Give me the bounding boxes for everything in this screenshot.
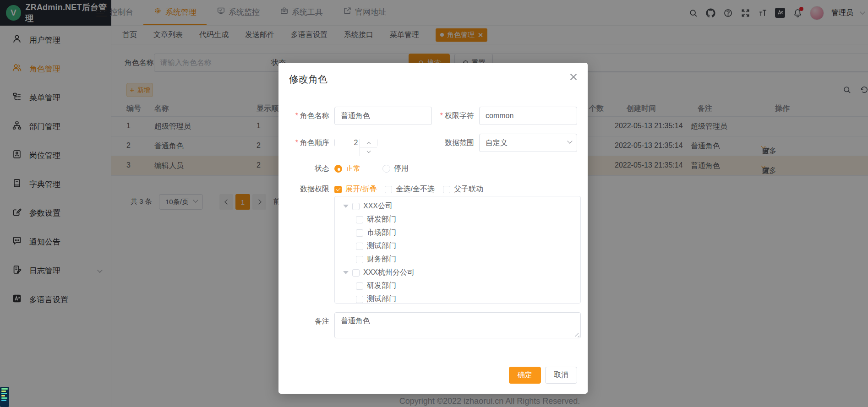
- tree-expand-icon[interactable]: [343, 205, 349, 208]
- remark-field: 普通角色: [334, 312, 581, 340]
- checkbox-icon[interactable]: [356, 229, 363, 237]
- checkbox-icon[interactable]: [352, 203, 360, 210]
- checkbox-icon[interactable]: [356, 282, 363, 290]
- checkbox-icon[interactable]: [356, 216, 363, 223]
- role-order-stepper: [334, 138, 377, 147]
- app-window: V ZRAdmin.NET后台管理 控制台 系统管理 系统监控 系统工具 官网地: [0, 0, 868, 407]
- data-scope-input[interactable]: [479, 134, 577, 152]
- select-all-checkbox[interactable]: 全选/全不选: [385, 185, 434, 194]
- chevron-up-icon: [366, 142, 370, 146]
- data-scope-select[interactable]: [479, 134, 577, 152]
- role-key-label: 权限字符: [432, 111, 474, 121]
- department-tree: XXX公司 研发部门 市场部门 测试部门 财务部门: [334, 196, 581, 304]
- stepper-up-button[interactable]: [360, 139, 377, 147]
- edit-role-form: 角色名称 权限字符 角色顺序 数据范围: [289, 107, 577, 340]
- tree-node[interactable]: 测试部门: [335, 293, 580, 304]
- checkbox-icon[interactable]: [356, 256, 363, 263]
- radio-icon: [382, 165, 390, 173]
- tree-node[interactable]: 研发部门: [335, 279, 580, 293]
- expand-collapse-checkbox[interactable]: 展开/折叠: [334, 185, 377, 194]
- dialog-title: 修改角色: [289, 73, 577, 86]
- role-key-input[interactable]: [479, 107, 577, 125]
- tree-node[interactable]: XXX公司: [335, 200, 580, 213]
- tree-expand-icon[interactable]: [343, 271, 349, 274]
- role-order-label: 角色顺序: [289, 138, 329, 148]
- cancel-button[interactable]: 取消: [545, 367, 577, 384]
- performance-monitor-widget[interactable]: [0, 387, 9, 407]
- data-scope-label: 数据范围: [432, 138, 474, 148]
- role-name-label: 角色名称: [289, 111, 329, 121]
- close-icon[interactable]: [569, 73, 578, 81]
- data-permission-label: 数据权限: [289, 185, 329, 194]
- tree-node[interactable]: XXX杭州分公司: [335, 266, 580, 279]
- checkbox-icon: [385, 186, 392, 193]
- checkbox-icon: [334, 186, 342, 193]
- status-radio-normal[interactable]: 正常: [334, 164, 360, 174]
- chevron-down-icon: [366, 149, 370, 152]
- checkbox-icon[interactable]: [352, 269, 360, 277]
- tree-node[interactable]: 财务部门: [335, 253, 580, 266]
- edit-role-dialog: 修改角色 角色名称 权限字符 角色顺序: [278, 63, 588, 394]
- confirm-button[interactable]: 确定: [509, 367, 541, 384]
- tree-node[interactable]: 测试部门: [335, 239, 580, 253]
- radio-icon: [334, 165, 342, 173]
- checkbox-icon[interactable]: [356, 296, 363, 303]
- remark-textarea[interactable]: 普通角色: [334, 312, 581, 338]
- status-label: 状态: [289, 164, 329, 174]
- tree-node[interactable]: 研发部门: [335, 213, 580, 226]
- stepper-down-button[interactable]: [360, 147, 377, 156]
- status-radio-disabled[interactable]: 停用: [382, 164, 409, 174]
- tree-node[interactable]: 市场部门: [335, 226, 580, 239]
- role-name-input[interactable]: [334, 107, 432, 125]
- checkbox-icon: [443, 186, 450, 193]
- parent-child-link-checkbox[interactable]: 父子联动: [443, 185, 483, 194]
- remark-label: 备注: [289, 317, 329, 340]
- dialog-footer: 确定 取消: [509, 367, 577, 384]
- checkbox-icon[interactable]: [356, 243, 363, 250]
